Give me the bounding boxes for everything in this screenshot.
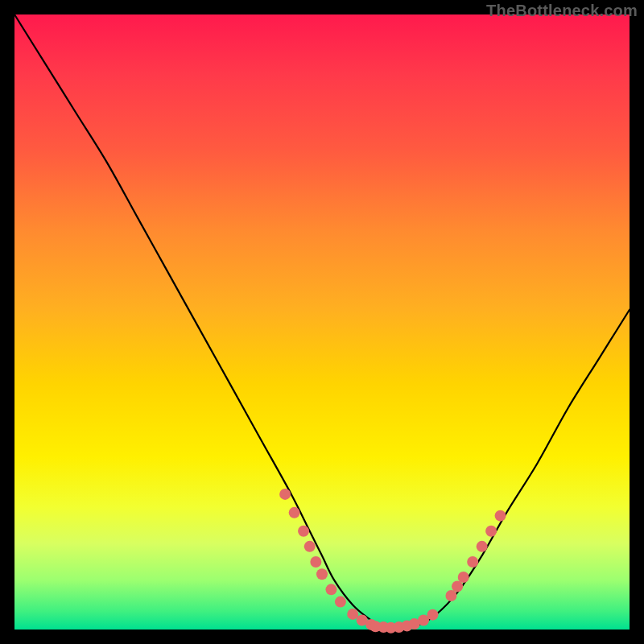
curve-marker	[347, 609, 358, 620]
bottleneck-curve	[14, 14, 630, 628]
curve-marker	[452, 581, 463, 592]
curve-marker	[325, 584, 336, 595]
curve-marker	[485, 526, 497, 537]
curve-marker	[298, 526, 309, 537]
curve-marker	[279, 489, 291, 500]
curve-marker	[445, 590, 456, 601]
curve-marker	[310, 556, 321, 568]
curve-marker	[316, 568, 328, 580]
plot-area	[14, 14, 630, 630]
curve-marker	[304, 541, 316, 552]
curve-marker	[477, 541, 488, 552]
watermark-text: TheBottleneck.com	[486, 2, 638, 20]
curve-marker	[458, 572, 469, 583]
chart-svg	[14, 14, 630, 630]
curve-marker	[289, 507, 300, 518]
curve-marker	[495, 510, 506, 522]
curve-markers	[279, 489, 506, 634]
curve-marker	[335, 597, 346, 608]
curve-marker	[467, 556, 478, 568]
chart-frame: TheBottleneck.com	[0, 0, 644, 644]
curve-marker	[427, 609, 439, 621]
